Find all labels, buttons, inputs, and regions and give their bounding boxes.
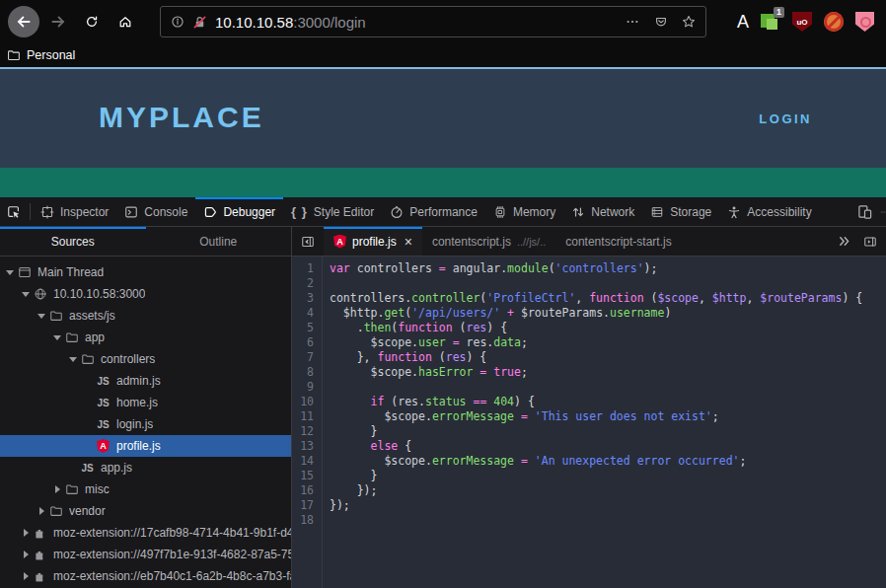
chevron-down-icon[interactable] <box>36 314 47 319</box>
tool-tab-style-editor[interactable]: { }Style Editor <box>283 197 382 226</box>
chevron-right-icon[interactable] <box>20 551 32 558</box>
code-token <box>528 454 535 468</box>
code-token: ) { <box>842 291 862 305</box>
url-bar[interactable]: 10.10.10.58:3000/login <box>160 6 706 37</box>
line-number[interactable]: 12 <box>292 424 322 439</box>
line-number[interactable]: 3 <box>292 291 322 306</box>
chevron-down-icon[interactable] <box>20 292 32 297</box>
chevron-right-icon[interactable] <box>36 507 47 515</box>
login-link[interactable]: LOGIN <box>759 111 812 126</box>
line-number[interactable]: 7 <box>292 350 322 365</box>
reload-button[interactable] <box>77 7 107 37</box>
chevron-right-icon[interactable] <box>20 529 32 537</box>
line-number[interactable]: 9 <box>292 380 322 395</box>
devtools-menu-icon[interactable] <box>880 205 886 219</box>
tool-tab-inspector[interactable]: Inspector <box>33 197 116 226</box>
tree-item-assets-js[interactable]: assets/js <box>0 305 291 327</box>
extension-green-button[interactable]: 1 <box>761 12 780 32</box>
collapse-sources-panel-button[interactable] <box>292 227 324 256</box>
tool-tab-label: Console <box>144 205 187 219</box>
line-number[interactable]: 15 <box>292 469 322 483</box>
tree-item-home-js[interactable]: JShome.js <box>0 392 291 413</box>
line-number[interactable]: 2 <box>292 276 322 291</box>
extension-badge: 1 <box>774 7 784 18</box>
forward-button[interactable] <box>43 7 73 37</box>
bookmark-folder-icon <box>7 48 21 62</box>
line-number[interactable]: 10 <box>292 395 322 409</box>
line-number[interactable]: 8 <box>292 365 322 380</box>
puzzle-icon <box>32 526 48 540</box>
line-number[interactable]: 5 <box>292 321 322 335</box>
code-token: ( <box>549 261 555 275</box>
tool-tab-memory[interactable]: Memory <box>485 197 563 226</box>
home-button[interactable] <box>111 7 140 37</box>
tree-item-misc[interactable]: misc <box>0 478 291 500</box>
code-line-2 <box>330 276 886 291</box>
code-token: $http <box>712 291 747 305</box>
tool-tab-network[interactable]: Network <box>563 197 642 226</box>
line-number[interactable]: 4 <box>292 306 322 321</box>
line-number[interactable]: 17 <box>292 498 322 513</box>
chevron-right-icon[interactable] <box>51 485 63 493</box>
tree-item-login-js[interactable]: JSlogin.js <box>0 413 291 435</box>
pocket-icon[interactable] <box>654 15 668 29</box>
ublock-origin-button[interactable]: uO <box>792 12 812 32</box>
extension-shield-button[interactable] <box>855 12 874 32</box>
chevron-down-icon[interactable] <box>67 357 79 362</box>
code-token <box>528 409 535 423</box>
accessibility-icon <box>727 205 741 219</box>
tree-item-10-10-10-58-3000[interactable]: 10.10.10.58:3000 <box>0 283 291 305</box>
tree-item-moz-extension-497f7b1e-913f-4682-87a5-751[interactable]: moz-extension://497f7b1e-913f-4682-87a5-… <box>0 544 291 565</box>
tree-item-app-js[interactable]: JSapp.js <box>0 457 291 478</box>
pick-element-button[interactable] <box>0 197 28 226</box>
tool-tab-console[interactable]: Console <box>116 197 195 226</box>
editor-gutter[interactable]: 123456789101112131415161718 <box>292 257 323 588</box>
line-number[interactable]: 1 <box>292 261 322 276</box>
tool-tab-performance[interactable]: Performance <box>382 197 485 226</box>
more-tabs-icon[interactable] <box>837 235 851 248</box>
bookmark-star-icon[interactable] <box>682 15 696 29</box>
tree-item-controllers[interactable]: controllers <box>0 348 291 370</box>
bookmark-folder-personal[interactable]: Personal <box>27 48 75 62</box>
responsive-design-mode-button[interactable] <box>857 204 872 219</box>
panel-tab-sources[interactable]: Sources <box>0 227 146 256</box>
file-tab-contentscript-js[interactable]: contentscript.js..//js/.. <box>422 227 555 256</box>
bookmarks-toolbar: Personal <box>0 43 886 67</box>
tool-tab-debugger[interactable]: Debugger <box>195 197 283 226</box>
line-number[interactable]: 6 <box>292 335 322 350</box>
tree-item-moz-extension-17cafb98-4714-4b41-9b1f-d415[interactable]: moz-extension://17cafb98-4714-4b41-9b1f-… <box>0 522 291 544</box>
js-badge: JS <box>81 463 93 474</box>
tool-tab-accessibility[interactable]: Accessibility <box>719 197 819 226</box>
file-tab-contentscript-start-js[interactable]: contentscript-start.js <box>555 227 681 256</box>
chevron-down-icon[interactable] <box>51 335 63 340</box>
back-button[interactable] <box>8 6 39 37</box>
line-number[interactable]: 16 <box>292 483 322 498</box>
file-tab-profile-js[interactable]: Aprofile.js× <box>324 227 422 256</box>
tree-item-app[interactable]: app <box>0 327 291 348</box>
extension-blocked-button[interactable] <box>824 12 844 32</box>
insecure-lock-icon[interactable] <box>192 15 207 30</box>
code-token: controllers <box>357 261 432 275</box>
code-token: ( <box>432 350 446 364</box>
site-brand[interactable]: MYPLACE <box>99 101 264 134</box>
code-token: var <box>330 261 350 275</box>
line-number[interactable]: 13 <box>292 439 322 454</box>
line-number[interactable]: 18 <box>292 513 322 528</box>
chevron-right-icon[interactable] <box>20 572 32 580</box>
chevron-down-icon[interactable] <box>4 270 16 275</box>
tree-item-moz-extension-eb7b40c1-6a2b-4b8c-a7b3-faa[interactable]: moz-extension://eb7b40c1-6a2b-4b8c-a7b3-… <box>0 565 291 587</box>
tree-item-vendor[interactable]: vendor <box>0 500 291 522</box>
panel-tab-outline[interactable]: Outline <box>146 227 292 256</box>
tree-item-admin-js[interactable]: JSadmin.js <box>0 370 291 392</box>
line-number[interactable]: 11 <box>292 409 322 424</box>
extension-a-button[interactable]: A <box>737 12 749 33</box>
code-token: if <box>371 395 385 408</box>
tree-item-main-thread[interactable]: Main Thread <box>0 261 291 283</box>
close-tab-icon[interactable]: × <box>405 235 412 249</box>
tree-item-profile-js[interactable]: Aprofile.js <box>0 435 291 457</box>
site-info-icon[interactable] <box>171 15 185 29</box>
line-number[interactable]: 14 <box>292 454 322 469</box>
tool-tab-storage[interactable]: Storage <box>642 197 719 226</box>
page-actions-icon[interactable] <box>625 15 640 29</box>
expand-panes-button[interactable] <box>863 235 877 249</box>
